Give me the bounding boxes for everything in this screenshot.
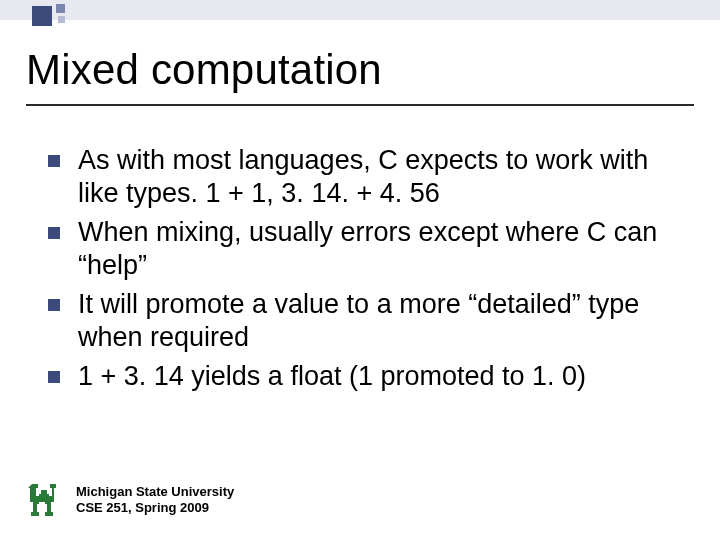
footer: Michigan State University CSE 251, Sprin… (28, 482, 234, 518)
bullet-text: When mixing, usually errors except where… (78, 217, 657, 280)
list-item: When mixing, usually errors except where… (48, 216, 678, 282)
list-item: As with most languages, C expects to wor… (48, 144, 678, 210)
bullet-list: As with most languages, C expects to wor… (48, 144, 678, 399)
slide-title: Mixed computation (26, 46, 382, 94)
list-item: 1 + 3. 14 yields a float (1 promoted to … (48, 360, 678, 393)
bullet-text: It will promote a value to a more “detai… (78, 289, 639, 352)
title-underline (26, 104, 694, 106)
list-item: It will promote a value to a more “detai… (48, 288, 678, 354)
footer-line-1: Michigan State University (76, 484, 234, 500)
decorative-top-bar (0, 0, 720, 20)
footer-text: Michigan State University CSE 251, Sprin… (76, 484, 234, 515)
msu-logo-icon (28, 482, 60, 518)
bullet-text: 1 + 3. 14 yields a float (1 promoted to … (78, 361, 586, 391)
footer-line-2: CSE 251, Spring 2009 (76, 500, 234, 516)
bullet-text: As with most languages, C expects to wor… (78, 145, 648, 208)
